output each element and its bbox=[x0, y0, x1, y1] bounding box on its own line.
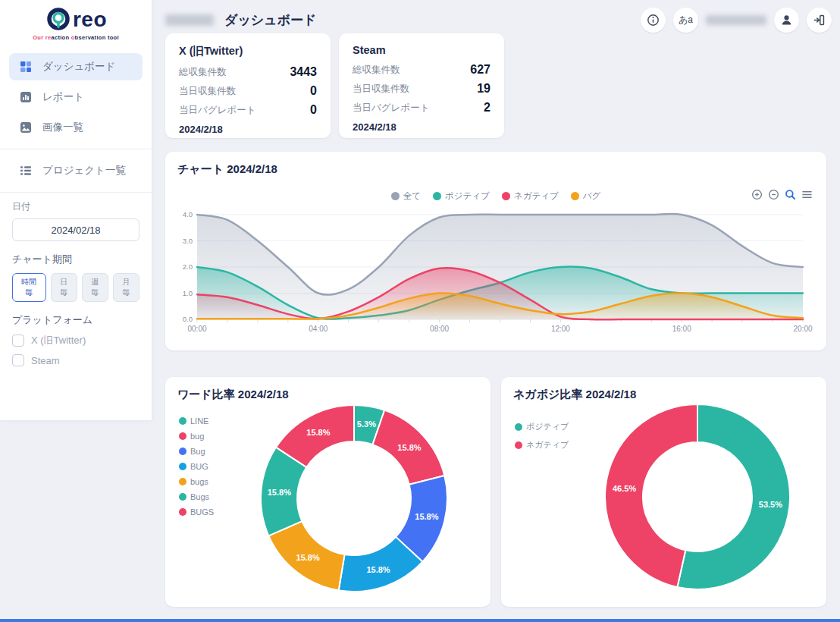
period-button-hourly[interactable]: 時間毎 bbox=[12, 273, 46, 302]
stat-card-title: Steam bbox=[353, 44, 491, 56]
sidebar-item-label: プロジェクト一覧 bbox=[42, 164, 126, 177]
legend-dot-icon bbox=[515, 423, 522, 431]
stat-row-label: 総収集件数 bbox=[353, 64, 400, 77]
period-button-weekly[interactable]: 週毎 bbox=[82, 273, 108, 302]
legend-item[interactable]: BUGS bbox=[179, 507, 214, 517]
zoom-in-button[interactable] bbox=[751, 189, 763, 200]
legend-item-all[interactable]: 全て bbox=[391, 190, 421, 202]
donut-slice[interactable] bbox=[605, 404, 697, 587]
sidebar-item-projects[interactable]: プロジェクト一覧 bbox=[9, 157, 143, 184]
chart-card: チャート 2024/2/18 全てポジティブネガティブバグ 0.01.02.03… bbox=[165, 152, 826, 350]
sidebar-item-label: 画像一覧 bbox=[42, 121, 83, 134]
stat-row: 当日収集件数19 bbox=[353, 82, 491, 96]
platform-row-steam: Steam bbox=[12, 354, 139, 366]
legend-label: BUG bbox=[190, 462, 208, 471]
stat-card-steam: Steam総収集件数627当日収集件数19当日バグレポート22024/2/18 bbox=[339, 33, 504, 138]
redacted-account-name bbox=[706, 15, 766, 25]
logo-magnifier-icon bbox=[45, 6, 72, 33]
sidebar-filters: 日付 2024/02/18 チャート期間 時間毎日毎週毎月毎 プラットフォーム … bbox=[0, 200, 152, 366]
header: ダッシュボード あa bbox=[165, 6, 826, 33]
chart-period-label: チャート期間 bbox=[12, 253, 139, 266]
legend-item[interactable]: Bug bbox=[179, 447, 214, 456]
platform-checkbox-label: Steam bbox=[31, 355, 60, 366]
stat-row: 当日バグレポート2 bbox=[353, 101, 491, 115]
stat-row: 当日バグレポート0 bbox=[179, 103, 317, 117]
legend-item[interactable]: BUG bbox=[179, 462, 214, 471]
legend-label: ポジティブ bbox=[526, 421, 569, 432]
legend-item[interactable]: ポジティブ bbox=[515, 421, 569, 432]
legend-dot-icon bbox=[502, 192, 510, 200]
stat-row: 当日収集件数0 bbox=[179, 84, 317, 98]
legend-item[interactable]: ネガティブ bbox=[515, 439, 569, 451]
selection-zoom-icon bbox=[785, 189, 796, 200]
stat-card-x-twitter: X (旧Twitter)総収集件数3443当日収集件数0当日バグレポート0202… bbox=[165, 33, 331, 138]
date-input[interactable]: 2024/02/18 bbox=[12, 218, 139, 241]
images-icon bbox=[20, 121, 32, 134]
legend-dot-icon bbox=[391, 192, 400, 200]
word-ratio-donut[interactable]: 5.3%15.8%15.8%15.8%15.8%15.8%15.8% bbox=[254, 398, 454, 602]
selection-zoom-button[interactable] bbox=[785, 189, 796, 200]
sentiment-ratio-card: ネガポジ比率 2024/2/18 ポジティブネガティブ 53.5%46.5% bbox=[501, 377, 826, 607]
legend-item[interactable]: bug bbox=[179, 432, 214, 441]
user-icon bbox=[780, 14, 793, 27]
legend-item-negative[interactable]: ネガティブ bbox=[502, 190, 559, 202]
legend-dot-icon bbox=[179, 478, 186, 485]
logout-button[interactable] bbox=[807, 8, 832, 33]
menu-icon bbox=[801, 189, 813, 200]
logo-text: reo bbox=[73, 8, 107, 32]
projects-icon bbox=[20, 165, 32, 177]
legend-item-positive[interactable]: ポジティブ bbox=[433, 190, 490, 202]
legend-dot-icon bbox=[515, 441, 522, 449]
page-title: ダッシュボード bbox=[224, 11, 316, 29]
legend-dot-icon bbox=[179, 508, 186, 516]
sidebar-divider bbox=[0, 149, 152, 149]
page: reo Our reaction observation tool ダッシュボー… bbox=[0, 0, 840, 622]
donut-slice-label: 15.8% bbox=[296, 553, 320, 562]
stat-row-label: 当日バグレポート bbox=[353, 102, 429, 115]
sidebar-item-dashboard[interactable]: ダッシュボード bbox=[9, 53, 143, 80]
legend-label: ネガティブ bbox=[514, 190, 559, 202]
legend-item[interactable]: bugs bbox=[179, 477, 214, 486]
bottom-accent-bar bbox=[0, 619, 840, 622]
stat-row-label: 当日収集件数 bbox=[179, 85, 236, 98]
donut-slice-label: 15.8% bbox=[366, 565, 390, 574]
legend-item[interactable]: Bugs bbox=[179, 492, 214, 501]
logo-tagline: Our reaction observation tool bbox=[0, 34, 152, 41]
language-toggle-label: あa bbox=[679, 14, 693, 27]
header-actions: あa bbox=[641, 8, 832, 33]
language-toggle-button[interactable]: あa bbox=[673, 8, 698, 33]
period-button-monthly[interactable]: 月毎 bbox=[113, 273, 139, 302]
donut-slice-label: 15.8% bbox=[268, 488, 291, 497]
period-button-daily[interactable]: 日毎 bbox=[51, 273, 77, 302]
menu-button[interactable] bbox=[801, 189, 813, 200]
sidebar-item-reports[interactable]: レポート bbox=[9, 83, 143, 111]
legend-dot-icon bbox=[571, 192, 579, 200]
zoom-out-button[interactable] bbox=[768, 189, 779, 200]
line-chart[interactable]: 0.01.02.03.04.000:0004:0008:0012:0016:00… bbox=[177, 207, 814, 347]
platform-checkbox-steam[interactable] bbox=[12, 354, 24, 366]
donut-slice-label: 15.8% bbox=[397, 443, 421, 452]
stat-row-value: 0 bbox=[310, 84, 317, 98]
svg-text:4.0: 4.0 bbox=[183, 210, 193, 218]
main-content: ダッシュボード あa bbox=[165, 0, 826, 622]
redacted-project-name bbox=[165, 14, 214, 26]
platform-checkboxes: X (旧Twitter)Steam bbox=[12, 334, 139, 366]
logo: reo Our reaction observation tool bbox=[0, 0, 152, 41]
logout-icon bbox=[813, 14, 826, 27]
legend-label: Bug bbox=[190, 447, 205, 456]
stat-row-value: 627 bbox=[470, 63, 491, 77]
donut-slice-label: 46.5% bbox=[613, 484, 636, 493]
legend-item-bug[interactable]: バグ bbox=[571, 190, 601, 202]
legend-label: LINE bbox=[190, 416, 208, 426]
svg-text:12:00: 12:00 bbox=[551, 325, 570, 333]
account-button[interactable] bbox=[774, 8, 799, 33]
legend-item[interactable]: LINE bbox=[179, 416, 214, 426]
legend-label: ネガティブ bbox=[526, 439, 569, 451]
donut-slice-label: 15.8% bbox=[306, 428, 330, 437]
sidebar-item-images[interactable]: 画像一覧 bbox=[9, 114, 143, 141]
chart-toolbar bbox=[751, 189, 813, 200]
info-button[interactable] bbox=[641, 8, 666, 33]
platform-checkbox-x-twitter[interactable] bbox=[12, 335, 24, 347]
sentiment-ratio-donut[interactable]: 53.5%46.5% bbox=[597, 397, 798, 600]
donut-slice-label: 53.5% bbox=[759, 500, 782, 509]
